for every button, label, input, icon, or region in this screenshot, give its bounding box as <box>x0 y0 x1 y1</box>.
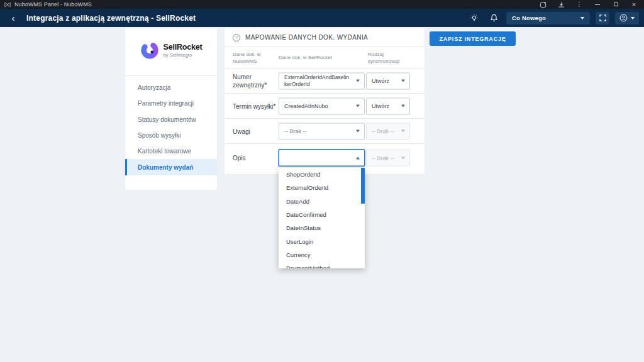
account-button[interactable] <box>615 12 639 25</box>
sidebar-menu: Autoryzacja Parametry integracji Statusy… <box>125 76 217 175</box>
column-headers: Dane dok. w NuboWMS Dane dok. w SellRock… <box>225 47 425 68</box>
mapping-row-termin-wysylki: Termin wysyłki* CreatedAtInNubo Utwórz <box>225 93 425 118</box>
browser-menu-icon[interactable]: ⋮ <box>575 1 583 8</box>
back-button[interactable]: ‹ <box>5 9 21 27</box>
sidebar-item-kartoteki-towarowe[interactable]: Kartoteki towarowe <box>125 143 217 159</box>
active-indicator <box>125 159 127 175</box>
tips-bulb-icon[interactable] <box>467 12 481 25</box>
restore-icon[interactable] <box>612 1 619 8</box>
dropdown-option[interactable]: DateConfirmed <box>279 208 365 221</box>
os-titlebar: NuboWMS Panel - NuboWMS ⋮ × <box>0 0 644 9</box>
chevron-down-icon <box>580 17 584 19</box>
window-title: NuboWMS Panel - NuboWMS <box>14 1 92 8</box>
chevron-down-icon <box>401 105 405 107</box>
sync-select[interactable]: Utwórz <box>366 97 410 114</box>
value-select[interactable]: -- Brak -- <box>279 123 365 140</box>
column-header-sellrocket: Dane dok. w SellRocket <box>279 55 332 62</box>
close-icon[interactable]: × <box>630 1 638 8</box>
value-select-open[interactable] <box>279 150 365 167</box>
chevron-down-icon <box>401 130 405 133</box>
section-title: MAPOWANIE DANYCH DOK. WYDANIA <box>245 34 368 41</box>
row-label: Uwagi <box>233 127 277 135</box>
dropdown-option[interactable]: ExternalOrderId <box>279 181 365 194</box>
dropdown-option[interactable]: Currency <box>279 248 365 261</box>
column-header-nubowms: Dane dok. w NuboWMS <box>233 52 269 65</box>
opis-dropdown-list: ShopOrderId ExternalOrderId DateAdd Date… <box>279 168 365 268</box>
dropdown-option[interactable]: PaymentMethod <box>279 261 365 268</box>
chevron-down-icon <box>401 80 405 82</box>
minimize-icon[interactable] <box>594 1 601 8</box>
row-label: Numer zewnętrzny* <box>233 73 277 89</box>
dropdown-option[interactable]: UserLogin <box>279 234 365 248</box>
chevron-up-icon <box>356 156 360 159</box>
mapping-row-uwagi: Uwagi -- Brak -- -- Brak -- <box>225 118 425 143</box>
save-integration-button[interactable]: ZAPISZ INTEGRACJĘ <box>430 31 516 46</box>
chevron-down-icon <box>631 17 635 19</box>
download-icon[interactable] <box>557 1 565 8</box>
row-label: Opis <box>233 154 277 162</box>
section-header: ? MAPOWANIE DANYCH DOK. WYDANIA <box>225 28 425 47</box>
logo-byline: by SellIntegro <box>164 52 203 58</box>
sellrocket-logo-icon <box>140 41 159 60</box>
row-label: Termin wysyłki* <box>233 102 277 110</box>
dropdown-option[interactable]: ShopOrderId <box>279 168 365 181</box>
dropdown-option[interactable]: DateAdd <box>279 195 365 208</box>
chevron-down-icon <box>356 130 360 133</box>
help-icon[interactable]: ? <box>233 34 240 41</box>
sidebar-item-statusy-dokumentow[interactable]: Statusy dokumentów <box>125 112 217 128</box>
logo-name: SellRocket <box>164 43 203 52</box>
page-title: Integracja z aplikacją zewnętrzną - Sell… <box>26 14 196 23</box>
sync-select-disabled: -- Brak -- <box>366 150 410 167</box>
pwa-app-icon[interactable] <box>539 1 547 8</box>
dropdown-scrollbar[interactable] <box>361 168 365 204</box>
sidebar-item-autoryzacja[interactable]: Autoryzacja <box>125 80 217 96</box>
app-header: ‹ Integracja z aplikacją zewnętrzną - Se… <box>0 9 644 27</box>
user-avatar-icon <box>619 14 628 22</box>
sync-select-disabled: -- Brak -- <box>366 123 410 140</box>
sellrocket-logo: SellRocket by SellIntegro <box>125 41 217 60</box>
sync-select[interactable]: Utwórz <box>366 72 410 89</box>
integration-sidebar: SellRocket by SellIntegro Autoryzacja Pa… <box>125 28 217 190</box>
whats-new-button[interactable]: Co Nowego <box>506 12 590 25</box>
value-select[interactable]: CreatedAtInNubo <box>279 97 365 114</box>
column-header-rodzaj: Rodzaj synchronizacji <box>368 52 407 65</box>
sidebar-item-sposob-wysylki[interactable]: Sposób wysyłki <box>125 128 217 143</box>
app-logo-icon <box>4 1 11 8</box>
value-select[interactable]: ExternalOrderIdAndBaselinkerOrderId <box>279 72 365 89</box>
sidebar-item-parametry-integracji[interactable]: Parametry integracji <box>125 96 217 111</box>
notifications-bell-icon[interactable] <box>487 12 501 25</box>
dropdown-option[interactable]: DateInStatus <box>279 221 365 234</box>
whats-new-label: Co Nowego <box>512 14 546 21</box>
chevron-down-icon <box>356 80 360 82</box>
sidebar-item-dokumenty-wydan[interactable]: Dokumenty wydań <box>125 159 217 175</box>
chevron-down-icon <box>356 105 360 107</box>
mapping-row-numer-zewnetrzny: Numer zewnętrzny* ExternalOrderIdAndBase… <box>225 68 425 93</box>
fullscreen-icon[interactable] <box>596 12 609 25</box>
mapping-card: ? MAPOWANIE DANYCH DOK. WYDANIA Dane dok… <box>225 28 425 174</box>
chevron-down-icon <box>401 156 405 159</box>
